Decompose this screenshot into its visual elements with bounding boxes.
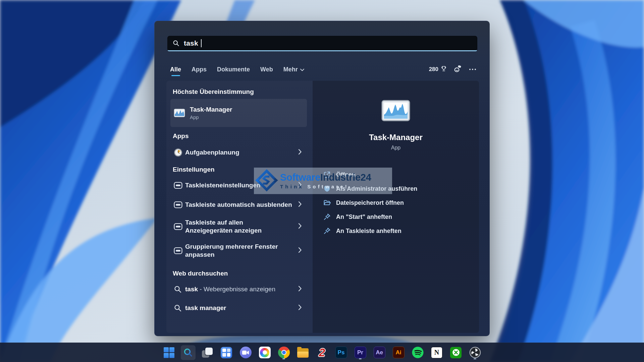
rewards-points-button[interactable]: 280 [429, 65, 447, 74]
action-open-file-location[interactable]: Dateispeicherort öffnen [313, 196, 479, 210]
tab-alle[interactable]: Alle [170, 66, 181, 73]
action-pin-to-taskbar[interactable]: An Taskleiste anheften [313, 224, 479, 238]
chevron-down-icon [300, 66, 304, 73]
taskbar-obs-studio-icon[interactable] [468, 345, 482, 360]
taskbar-app-2-icon[interactable]: 2 [315, 345, 329, 360]
tab-mehr[interactable]: Mehr [283, 66, 304, 73]
more-options-icon[interactable] [469, 67, 477, 71]
preview-app-type: App [313, 145, 479, 151]
search-icon [174, 304, 185, 312]
chevron-right-icon [299, 247, 302, 254]
result-task-manager[interactable]: Task-Manager App [170, 99, 307, 127]
chevron-right-icon [299, 201, 302, 208]
section-header-apps: Apps [173, 132, 313, 140]
preview-app-title: Task-Manager [313, 133, 479, 142]
pin-icon [323, 213, 331, 221]
taskbar-photoshop-icon[interactable]: Ps [334, 345, 348, 360]
search-icon [174, 285, 185, 293]
search-filter-tabs: Alle Apps Dokumente Web Mehr [170, 62, 304, 76]
result-taskleiste-ausblenden[interactable]: Taskleiste automatisch ausblenden [170, 196, 307, 214]
action-pin-to-start[interactable]: An "Start" anheften [313, 210, 479, 224]
search-icon [173, 40, 179, 47]
result-taskleiste-anzeigegeraete[interactable]: Taskleiste auf allen Anzeigegeräten anze… [170, 216, 307, 238]
tab-web[interactable]: Web [260, 66, 273, 73]
taskbar-task-view-icon[interactable] [200, 345, 215, 360]
watermark-brand: SoftwareIndustrie24 [280, 172, 371, 182]
taskbar-after-effects-icon[interactable]: Ae [372, 345, 387, 360]
search-query-text: task [184, 39, 198, 47]
taskbar-adobe-creative-cloud-icon[interactable] [257, 345, 272, 360]
taskbar-notion-icon[interactable]: N [429, 345, 444, 360]
results-list: Höchste Übereinstimmung Task-Manager App… [166, 81, 313, 317]
trophy-icon [440, 65, 447, 74]
rewards-points-value: 280 [429, 66, 438, 73]
taskbar-illustrator-icon[interactable]: Ai [391, 345, 406, 360]
watermark-overlay: SoftwareIndustrie24 T h i n k S o f t w … [254, 168, 392, 194]
taskbar-settings-icon [174, 182, 185, 189]
chevron-right-icon [299, 305, 302, 311]
tab-apps[interactable]: Apps [192, 66, 207, 73]
text-caret [201, 39, 202, 47]
result-aufgabenplanung[interactable]: Aufgabenplanung [170, 143, 307, 162]
watermark-logo [255, 169, 278, 193]
taskbar-widgets-icon[interactable] [219, 345, 234, 360]
taskbar-search-icon[interactable] [181, 345, 196, 360]
preview-pane: Task-Manager App Öffnen Al [313, 81, 479, 333]
tab-dokumente[interactable]: Dokumente [217, 66, 250, 73]
taskbar-settings-icon [174, 223, 185, 230]
section-header-web: Web durchsuchen [173, 270, 313, 277]
result-web-task-manager[interactable]: task manager [170, 299, 307, 317]
search-topbar-actions: 280 [429, 62, 477, 76]
task-manager-icon [174, 109, 190, 117]
task-manager-tile-icon [381, 100, 410, 121]
result-title: Task-Manager [190, 106, 232, 113]
result-subtitle: App [190, 114, 232, 120]
chevron-right-icon [299, 149, 302, 156]
chevron-right-icon [299, 286, 302, 293]
taskbar-chat-icon[interactable] [238, 345, 253, 360]
clock-icon [174, 148, 185, 157]
taskbar-settings-icon [174, 247, 185, 254]
taskbar-settings-icon [174, 201, 185, 208]
result-web-task[interactable]: task - Webergebnisse anzeigen [170, 281, 307, 298]
taskbar: 2 Ps Pr Ae Ai N [0, 343, 644, 362]
pin-icon [323, 227, 331, 235]
chevron-right-icon [299, 223, 302, 230]
taskbar-premiere-pro-icon[interactable]: Pr [353, 345, 368, 360]
taskbar-xbox-icon[interactable] [448, 345, 463, 360]
taskbar-chrome-icon[interactable] [276, 345, 291, 360]
search-input[interactable]: task [167, 36, 477, 51]
taskbar-start-icon[interactable] [162, 345, 176, 360]
result-gruppierung-fenster[interactable]: Gruppierung mehrerer Fenster anpassen [170, 240, 307, 262]
folder-icon [323, 199, 331, 206]
account-icon[interactable] [454, 65, 462, 74]
watermark-tagline: T h i n k S o f t w a r e ! [280, 184, 371, 189]
taskbar-spotify-icon[interactable] [410, 345, 425, 360]
section-header-top-match: Höchste Übereinstimmung [173, 88, 313, 96]
taskbar-file-explorer-icon[interactable] [296, 345, 310, 360]
search-results-surface: Task-Manager App Öffnen Al [166, 81, 479, 333]
